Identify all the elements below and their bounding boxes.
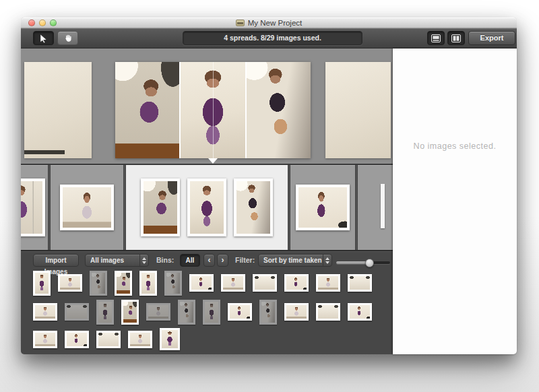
source-dropdown[interactable]: All images: [85, 254, 149, 267]
layout-sidebar-view-button[interactable]: [447, 31, 465, 45]
photo-girl-stand: [350, 305, 370, 319]
photo-girl-wall: [190, 181, 224, 234]
thumbnail[interactable]: [228, 303, 252, 321]
up-down-stepper-icon: [323, 255, 331, 266]
photo-girl-sit: [60, 276, 80, 290]
thumbnail[interactable]: [128, 331, 152, 348]
photo-girl-table: [123, 302, 137, 323]
thumbnail[interactable]: [316, 274, 340, 292]
current-spread[interactable]: [115, 62, 311, 158]
thumbnail[interactable]: [348, 274, 372, 292]
thumbnail[interactable]: [221, 274, 245, 292]
photo-girl-wall: [141, 273, 155, 294]
spread-pointer-arrow: [208, 158, 218, 164]
photo-girl-stand: [191, 276, 212, 290]
canvas-photo-2[interactable]: [181, 62, 245, 158]
spread-thumbnail-photo: [141, 178, 180, 236]
filmstrip-spread-2[interactable]: [51, 165, 123, 250]
spread-canvas[interactable]: [21, 48, 393, 164]
thumbnail[interactable]: [33, 331, 57, 348]
thumbnail-used[interactable]: [96, 300, 114, 325]
sort-dropdown[interactable]: Sort by time taken: [258, 254, 332, 267]
next-bin-button[interactable]: ›: [217, 254, 228, 267]
filmstrip-spread-1[interactable]: [21, 165, 48, 250]
photo-girl-wall: [98, 302, 112, 323]
image-browser-panel: Import Images All images Bins: All ‹ › F…: [21, 251, 393, 354]
photo-room: [67, 305, 87, 319]
thumbnail-size-slider[interactable]: [336, 256, 390, 269]
thumbnail[interactable]: [65, 331, 89, 348]
source-dropdown-value: All images: [86, 255, 139, 266]
thumbnail-used[interactable]: [164, 271, 182, 296]
photo-girl-wall: [35, 273, 49, 294]
export-button[interactable]: Export: [468, 31, 515, 45]
thumbnail[interactable]: [316, 303, 340, 321]
window-title: My New Project: [248, 19, 303, 27]
adjacent-spread-right[interactable]: [325, 62, 391, 158]
spread-thumbnail-photo: [187, 178, 226, 236]
thumbnail[interactable]: [139, 271, 157, 296]
thumbnail[interactable]: [189, 274, 214, 292]
no-selection-message: No images selected.: [393, 141, 517, 151]
hand-tool-button[interactable]: [57, 31, 78, 45]
adjacent-spread-left[interactable]: [24, 62, 92, 158]
layout-filmstrip-view-button[interactable]: [427, 31, 445, 45]
thumbnail[interactable]: [115, 271, 132, 296]
thumbnail[interactable]: [284, 303, 309, 321]
thumbnail-grid: [21, 269, 393, 352]
canvas-photo-1[interactable]: [115, 62, 179, 158]
titlebar[interactable]: My New Project: [21, 18, 517, 28]
import-images-button[interactable]: Import Images: [33, 254, 79, 267]
pointer-tool-button[interactable]: [33, 31, 54, 45]
filmstrip-spread-4[interactable]: [290, 165, 355, 250]
spreads-filmstrip: [21, 165, 393, 250]
hand-icon: [63, 34, 73, 43]
photo-girl-stand: [286, 276, 307, 290]
thumbnail[interactable]: [253, 274, 277, 292]
editor-pane: Import Images All images Bins: All ‹ › F…: [21, 48, 393, 354]
thumbnail[interactable]: [33, 303, 57, 321]
thumbnail-used[interactable]: [203, 300, 220, 325]
photo-girl-sit: [318, 276, 338, 290]
thumbnail-used[interactable]: [146, 303, 170, 321]
photo-girl-wall: [205, 302, 218, 323]
photo-girl-stand: [67, 333, 87, 346]
arrow-cursor-icon: [39, 34, 48, 43]
thumbnail[interactable]: [348, 303, 372, 321]
filmstrip-spread-5[interactable]: [358, 165, 393, 250]
spread-thumbnail-photo: [234, 178, 273, 236]
photo-girl-sit: [223, 276, 243, 290]
photo-girl-bunk: [21, 181, 42, 234]
filmstrip-spread-3-selected[interactable]: [126, 165, 288, 250]
photo-girl-chair: [180, 302, 193, 323]
photo-girl-chair: [236, 181, 270, 234]
slider-knob[interactable]: [365, 259, 374, 267]
thumbnail[interactable]: [33, 271, 51, 296]
thumbnail-used[interactable]: [178, 300, 195, 325]
photo-room: [318, 305, 338, 319]
photo-girl-sit: [148, 305, 168, 319]
thumbnail[interactable]: [160, 328, 180, 350]
browser-controls: Import Images All images Bins: All ‹ › F…: [21, 254, 393, 267]
photo-girl-wall: [162, 330, 178, 348]
photo-girl-sit: [63, 187, 111, 228]
thumbnail-used[interactable]: [65, 303, 89, 321]
thumbnail-used[interactable]: [259, 300, 277, 325]
photo-girl-sit: [286, 305, 307, 319]
thumbnail[interactable]: [96, 331, 121, 348]
photo-room: [350, 276, 370, 290]
up-down-stepper-icon: [139, 255, 148, 266]
thumbnail-used[interactable]: [90, 271, 107, 296]
thumbnail[interactable]: [121, 300, 139, 325]
photo-girl-chair: [166, 273, 180, 294]
previous-bin-button[interactable]: ‹: [203, 254, 215, 267]
photo-girl-stand: [230, 305, 250, 319]
thumbnail[interactable]: [284, 274, 309, 292]
canvas-photo-3[interactable]: [247, 62, 311, 158]
status-bar: 4 spreads. 8/29 images used.: [183, 31, 362, 45]
spread-thumbnail-photo: [296, 185, 350, 230]
thumbnail[interactable]: [58, 274, 82, 292]
photo-girl-chair: [92, 273, 105, 294]
photo-girl-stand: [298, 187, 347, 228]
bins-all-button[interactable]: All: [180, 254, 200, 267]
